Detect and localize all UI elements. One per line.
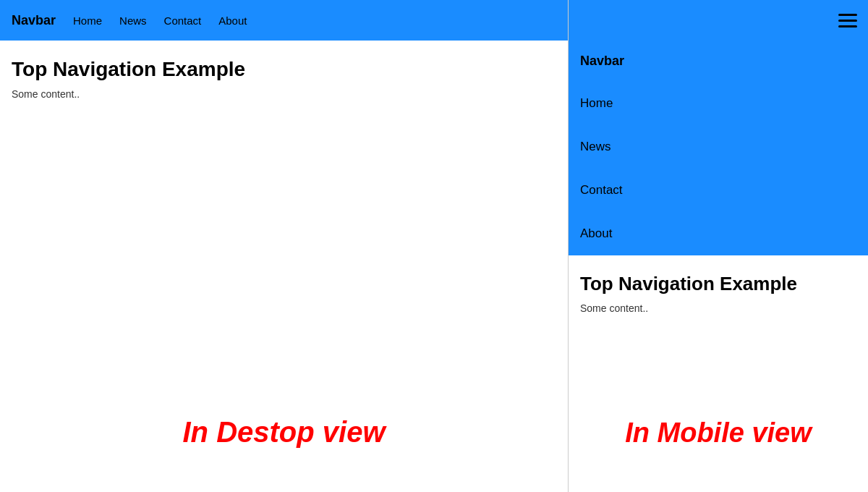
mobile-dropdown-contact[interactable]: Contact	[569, 169, 868, 212]
mobile-dropdown-home[interactable]: Home	[569, 82, 868, 125]
desktop-nav-contact[interactable]: Contact	[164, 14, 202, 27]
desktop-nav-home[interactable]: Home	[73, 14, 102, 27]
desktop-navbar: Navbar Home News Contact About	[0, 0, 568, 41]
mobile-content: Top Navigation Example Some content..	[569, 255, 868, 331]
mobile-dropdown-about[interactable]: About	[569, 212, 868, 255]
hamburger-button[interactable]	[838, 14, 857, 27]
mobile-panel: Navbar Home News Contact About Top Navig…	[568, 0, 868, 492]
hamburger-line-2	[838, 20, 857, 22]
desktop-body: Some content..	[12, 88, 556, 100]
mobile-topbar	[569, 0, 868, 41]
desktop-nav-links: Home News Contact About	[73, 14, 247, 27]
page-layout: Navbar Home News Contact About Top Navig…	[0, 0, 868, 492]
mobile-dropdown: Navbar Home News Contact About	[569, 41, 868, 255]
desktop-nav-news[interactable]: News	[119, 14, 147, 27]
desktop-content: Top Navigation Example Some content..	[0, 41, 568, 117]
mobile-view-label: In Mobile view	[625, 417, 812, 449]
hamburger-line-3	[838, 25, 857, 27]
desktop-view-label: In Destop view	[182, 416, 385, 449]
mobile-heading: Top Navigation Example	[580, 273, 856, 295]
desktop-nav-about[interactable]: About	[218, 14, 247, 27]
desktop-navbar-brand[interactable]: Navbar	[12, 13, 56, 28]
desktop-panel: Navbar Home News Contact About Top Navig…	[0, 0, 568, 492]
desktop-heading: Top Navigation Example	[12, 58, 556, 81]
hamburger-line-1	[838, 14, 857, 16]
mobile-body: Some content..	[580, 302, 856, 314]
mobile-dropdown-navbar[interactable]: Navbar	[569, 41, 868, 82]
mobile-dropdown-news[interactable]: News	[569, 125, 868, 169]
